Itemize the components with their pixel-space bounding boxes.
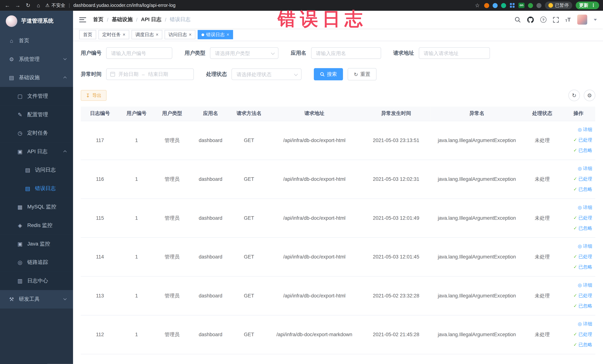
infra-grid-icon: ▤ — [8, 75, 15, 81]
fullscreen-icon[interactable] — [553, 17, 559, 23]
filter-row-1: 用户编号 用户类型 应用名 请求 — [81, 47, 595, 59]
paused-extension-badge[interactable]: 已暂停 — [545, 1, 572, 9]
filter-process-status: 处理状态 — [206, 69, 302, 80]
detail-link[interactable]: ◎详细 — [578, 280, 592, 290]
sidebar-item-日志中心[interactable]: ▥日志中心 — [0, 272, 73, 290]
sidebar-item-label: 错误日志 — [35, 185, 56, 192]
detail-link[interactable]: ◎详细 — [578, 242, 592, 251]
sidebar-item-研发工具[interactable]: ⚒研发工具 — [0, 290, 73, 309]
user-type-select-input[interactable] — [210, 47, 278, 59]
search-button[interactable]: 搜索 — [314, 68, 343, 80]
breadcrumb-item[interactable]: 首页 — [93, 16, 104, 23]
extension-icon-blue[interactable] — [493, 3, 498, 8]
tag-close-icon[interactable]: × — [123, 32, 126, 37]
sidebar-item-文件管理[interactable]: ▢文件管理 — [0, 87, 73, 106]
process-status-select-input[interactable] — [232, 69, 302, 80]
sidebar-item-label: 首页 — [19, 37, 29, 44]
processed-link[interactable]: ✓已处理 — [573, 330, 592, 339]
sidebar-item-访问日志[interactable]: ▤访问日志 — [0, 161, 73, 179]
extension-icon-on-badge[interactable]: on — [519, 3, 525, 8]
processed-link[interactable]: ✓已处理 — [573, 291, 592, 300]
tag-首页[interactable]: 首页 — [79, 30, 96, 39]
processed-link[interactable]: ✓已处理 — [573, 135, 592, 145]
bookmark-star-icon[interactable]: ☆ — [474, 2, 481, 8]
site-security-indicator[interactable]: ⚠ 不安全 — [46, 2, 65, 9]
user-type-select[interactable] — [210, 47, 278, 59]
export-button[interactable]: ↧ 导出 — [81, 90, 107, 101]
processed-link[interactable]: ✓已处理 — [573, 252, 592, 262]
extension-icon-green[interactable] — [501, 3, 506, 8]
forward-icon[interactable]: → — [14, 2, 21, 8]
process-status-select[interactable] — [232, 69, 302, 80]
app-name-input[interactable] — [311, 47, 381, 59]
avatar-caret-icon[interactable] — [594, 19, 597, 21]
user-avatar[interactable] — [577, 15, 587, 25]
check-icon: ✓ — [573, 223, 577, 233]
reset-button[interactable]: ↻ 重置 — [348, 68, 376, 80]
chevron-down-icon — [63, 297, 67, 300]
ignored-link[interactable]: ✓已忽略 — [573, 146, 592, 155]
extension-icon-leaf[interactable] — [528, 3, 533, 8]
table-cell: java.lang.IllegalArgumentException — [431, 315, 523, 354]
ignored-link[interactable]: ✓已忽略 — [573, 223, 592, 233]
sidebar-item-错误日志[interactable]: ▤错误日志 — [0, 179, 73, 198]
breadcrumb-separator: / — [136, 17, 138, 23]
ignored-link[interactable]: ✓已忽略 — [573, 185, 592, 194]
sidebar-item-基础设施[interactable]: ▤基础设施 — [0, 69, 73, 87]
help-icon[interactable]: ? — [540, 16, 546, 23]
app-logo[interactable]: 芋道管理系统 — [0, 11, 73, 32]
tag-错误日志[interactable]: 错误日志× — [197, 30, 233, 39]
processed-link[interactable]: ✓已处理 — [573, 213, 592, 223]
refresh-button[interactable]: ↻ — [568, 90, 580, 101]
detail-link[interactable]: ◎详细 — [578, 125, 592, 135]
table-cell: 116 — [81, 160, 119, 199]
chrome-update-button[interactable]: 更新 ⋮ — [576, 1, 599, 9]
sidebar-item-Redis 监控[interactable]: ◈Redis 监控 — [0, 216, 73, 235]
tag-定时任务[interactable]: 定时任务× — [98, 30, 129, 39]
tag-close-icon[interactable]: × — [227, 32, 229, 37]
search-icon[interactable] — [515, 16, 521, 23]
collapse-menu-icon[interactable] — [79, 17, 86, 22]
breadcrumb-item[interactable]: 基础设施 — [112, 16, 133, 23]
extension-icon-pin[interactable] — [536, 3, 542, 8]
processed-link[interactable]: ✓已处理 — [573, 174, 592, 184]
back-icon[interactable]: ← — [4, 2, 11, 8]
ignored-link[interactable]: ✓已忽略 — [573, 301, 592, 311]
extension-icon-orange[interactable] — [484, 3, 489, 8]
sidebar-item-label: 链路追踪 — [27, 259, 48, 266]
sidebar-item-Java 监控[interactable]: ▣Java 监控 — [0, 235, 73, 253]
tag-close-icon[interactable]: × — [156, 32, 159, 37]
column-settings-button[interactable]: ⚙ — [584, 90, 595, 101]
sidebar-item-链路追踪[interactable]: ◎链路追踪 — [0, 253, 73, 272]
tag-调度日志[interactable]: 调度日志× — [132, 30, 162, 39]
tag-访问日志[interactable]: 访问日志× — [165, 30, 195, 39]
sidebar-item-配置管理[interactable]: ✎配置管理 — [0, 105, 73, 124]
detail-link[interactable]: ◎详细 — [578, 203, 592, 212]
reload-icon[interactable]: ↻ — [25, 2, 32, 8]
date-range-picker[interactable]: 开始日期 – 结束日期 — [106, 69, 194, 80]
sidebar-item-定时任务[interactable]: ◷定时任务 — [0, 124, 73, 142]
ignored-link[interactable]: ✓已忽略 — [573, 340, 592, 350]
breadcrumb-item[interactable]: API 日志 — [141, 16, 162, 23]
action-links: ◎详细✓已处理✓已忽略 — [563, 164, 592, 194]
address-bar-url[interactable]: dashboard.yudao.iocoder.cn/infra/log/api… — [73, 3, 175, 8]
user-id-input[interactable] — [106, 47, 172, 59]
request-url-input[interactable] — [418, 47, 490, 59]
ignored-link[interactable]: ✓已忽略 — [573, 262, 592, 272]
sidebar-item-MySQL 监控[interactable]: ▦MySQL 监控 — [0, 198, 73, 216]
tag-close-icon[interactable]: × — [189, 32, 192, 37]
browser-home-icon[interactable]: ⌂ — [35, 2, 42, 8]
filter-user-id: 用户编号 — [81, 47, 172, 59]
sidebar-item-API 日志[interactable]: ▣API 日志 — [0, 142, 73, 161]
extension-icon-grid[interactable] — [510, 3, 515, 8]
detail-link[interactable]: ◎详细 — [578, 319, 592, 329]
sidebar-item-系统管理[interactable]: ⚙系统管理 — [0, 50, 73, 69]
detail-link[interactable]: ◎详细 — [578, 164, 592, 174]
column-header-处理状态: 处理状态 — [523, 107, 561, 121]
sidebar-item-首页[interactable]: ⌂首页 — [0, 32, 73, 50]
home-icon: ⌂ — [8, 38, 15, 44]
table-cell: java.lang.IllegalArgumentException — [431, 160, 523, 199]
font-size-icon[interactable]: TT — [565, 16, 571, 23]
table-cell: 管理员 — [154, 199, 190, 237]
github-icon[interactable] — [527, 16, 534, 23]
